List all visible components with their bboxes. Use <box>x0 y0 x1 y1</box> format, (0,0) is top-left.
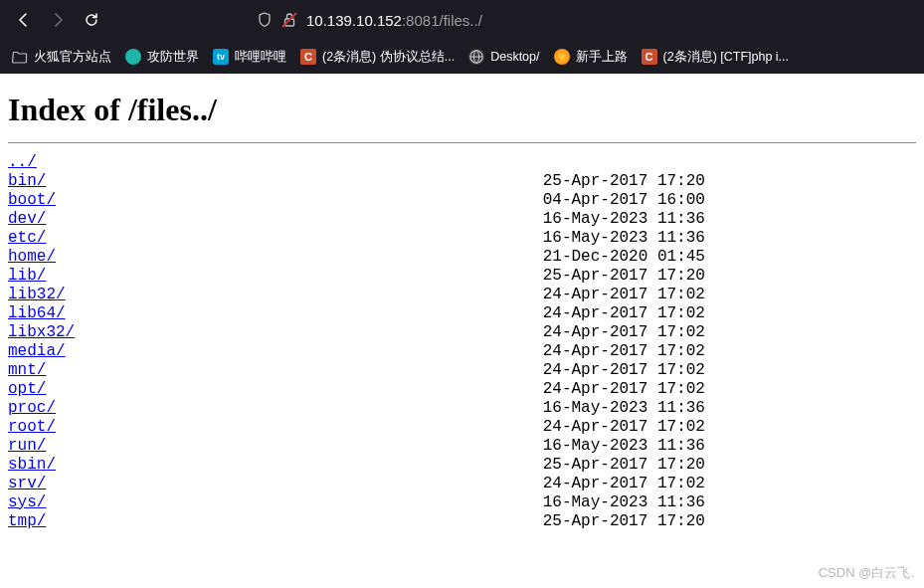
nav-bar: 10.139.10.152:8081/files../ <box>0 0 924 40</box>
dir-date: 24-Apr-2017 17:02 <box>543 304 705 322</box>
dir-link[interactable]: lib/ <box>8 267 46 285</box>
directory-listing: ../ bin/ 25-Apr-2017 17:20 boot/ 04-Apr-… <box>8 153 916 531</box>
shield-icon <box>257 12 273 28</box>
bookmark-item[interactable]: C(2条消息) 伪协议总结... <box>294 45 461 70</box>
insecure-lock-icon <box>280 11 298 29</box>
bookmark-item[interactable]: tv哔哩哔哩 <box>207 45 292 70</box>
dir-link[interactable]: tmp/ <box>8 512 46 530</box>
dir-date: 24-Apr-2017 17:02 <box>543 361 705 379</box>
page-content: Index of /files../ ../ bin/ 25-Apr-2017 … <box>0 74 924 539</box>
dir-link[interactable]: sbin/ <box>8 456 56 474</box>
dir-date: 24-Apr-2017 17:02 <box>543 418 705 436</box>
bookmark-label: 火狐官方站点 <box>34 49 111 66</box>
dir-link[interactable]: srv/ <box>8 475 46 492</box>
dir-date: 25-Apr-2017 17:20 <box>543 456 705 474</box>
bookmark-label: (2条消息) 伪协议总结... <box>322 49 455 66</box>
back-button[interactable] <box>8 4 40 36</box>
dir-link[interactable]: libx32/ <box>8 323 75 341</box>
bookmark-label: 哔哩哔哩 <box>235 49 286 66</box>
dir-link[interactable]: dev/ <box>8 210 46 228</box>
dir-date: 24-Apr-2017 17:02 <box>543 342 705 360</box>
bookmarks-bar: 火狐官方站点攻防世界tv哔哩哔哩C(2条消息) 伪协议总结...Desktop/… <box>0 40 924 74</box>
dir-link[interactable]: sys/ <box>8 493 46 511</box>
dir-link[interactable]: run/ <box>8 437 46 455</box>
browser-chrome: 10.139.10.152:8081/files../ 火狐官方站点攻防世界tv… <box>0 0 924 74</box>
url-bar[interactable]: 10.139.10.152:8081/files../ <box>249 4 916 36</box>
url-host: 10.139.10.152 <box>306 12 402 29</box>
ff-icon <box>554 49 570 65</box>
dir-link[interactable]: home/ <box>8 248 56 266</box>
dir-date: 25-Apr-2017 17:20 <box>543 267 705 285</box>
url-text: 10.139.10.152:8081/files../ <box>306 12 482 29</box>
dir-date: 16-May-2023 11:36 <box>543 437 705 455</box>
dir-date: 24-Apr-2017 17:02 <box>543 323 705 341</box>
dir-link[interactable]: bin/ <box>8 172 46 190</box>
dir-date: 21-Dec-2020 01:45 <box>543 248 705 266</box>
globe-icon <box>468 49 484 65</box>
url-port: :8081 <box>402 12 440 29</box>
bookmark-label: 新手上路 <box>576 49 628 66</box>
parent-dir-link[interactable]: ../ <box>8 153 37 171</box>
bookmark-item[interactable]: Desktop/ <box>462 45 545 69</box>
url-path: /files../ <box>439 12 481 29</box>
bookmark-label: (2条消息) [CTF]php i... <box>663 49 790 66</box>
dir-link[interactable]: etc/ <box>8 229 46 247</box>
bookmark-label: Desktop/ <box>490 50 539 64</box>
bookmark-item[interactable]: C(2条消息) [CTF]php i... <box>636 45 796 70</box>
dir-date: 25-Apr-2017 17:20 <box>543 172 705 190</box>
bookmark-item[interactable]: 火狐官方站点 <box>6 45 117 70</box>
dir-link[interactable]: media/ <box>8 342 66 360</box>
dir-date: 24-Apr-2017 17:02 <box>543 286 705 303</box>
dir-link[interactable]: lib64/ <box>8 304 66 322</box>
dir-link[interactable]: proc/ <box>8 399 56 417</box>
teal-icon <box>125 49 141 65</box>
dir-date: 16-May-2023 11:36 <box>543 229 705 247</box>
bili-icon: tv <box>213 49 229 65</box>
dir-date: 24-Apr-2017 17:02 <box>543 475 705 492</box>
dir-date: 16-May-2023 11:36 <box>543 210 705 228</box>
reload-button[interactable] <box>76 4 107 36</box>
bookmark-label: 攻防世界 <box>147 49 199 66</box>
dir-date: 04-Apr-2017 16:00 <box>543 191 705 209</box>
bookmark-item[interactable]: 攻防世界 <box>119 45 205 70</box>
dir-link[interactable]: mnt/ <box>8 361 46 379</box>
dir-link[interactable]: lib32/ <box>8 286 66 303</box>
forward-button[interactable] <box>42 4 74 36</box>
dir-date: 24-Apr-2017 17:02 <box>543 380 705 398</box>
dir-link[interactable]: boot/ <box>8 191 56 209</box>
folder-icon <box>12 49 28 65</box>
dir-link[interactable]: opt/ <box>8 380 46 398</box>
c-icon-icon: C <box>300 49 316 65</box>
c-icon-icon: C <box>642 49 657 65</box>
bookmark-item[interactable]: 新手上路 <box>548 45 634 70</box>
dir-date: 16-May-2023 11:36 <box>543 493 705 511</box>
dir-date: 25-Apr-2017 17:20 <box>543 512 705 530</box>
dir-date: 16-May-2023 11:36 <box>543 399 705 417</box>
divider <box>8 142 916 143</box>
dir-link[interactable]: root/ <box>8 418 56 436</box>
page-title: Index of /files../ <box>8 92 916 128</box>
